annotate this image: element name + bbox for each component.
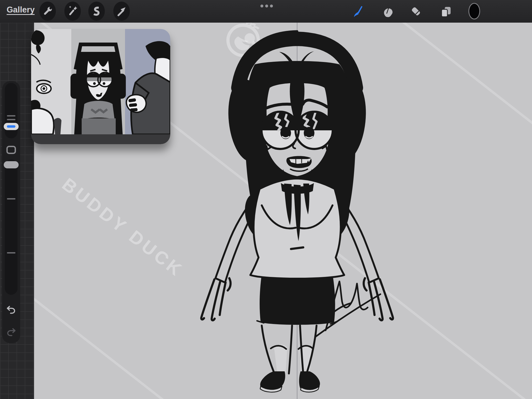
slider-tick bbox=[7, 252, 15, 253]
adjustments-button[interactable] bbox=[64, 2, 81, 21]
color-swatch-circle bbox=[468, 3, 480, 19]
erase-tool-button[interactable] bbox=[408, 4, 425, 19]
brush-icon bbox=[352, 5, 365, 18]
brush-sidebar bbox=[2, 81, 20, 343]
top-toolbar: Gallery bbox=[0, 0, 532, 23]
blue-value-bar bbox=[7, 125, 15, 128]
wrench-icon bbox=[41, 5, 54, 17]
brush-opacity-handle[interactable] bbox=[4, 161, 19, 168]
eraser-icon bbox=[410, 5, 423, 18]
gallery-button[interactable]: Gallery bbox=[7, 5, 35, 15]
layers-button[interactable] bbox=[437, 4, 454, 19]
actions-button[interactable] bbox=[39, 2, 56, 21]
smudge-tool-button[interactable] bbox=[380, 4, 396, 19]
s-curve-icon bbox=[90, 5, 103, 17]
reference-image bbox=[31, 29, 170, 134]
layers-icon bbox=[439, 5, 452, 18]
undo-button[interactable] bbox=[6, 304, 16, 315]
brush-size-handle[interactable] bbox=[4, 123, 19, 130]
color-swatch-button[interactable] bbox=[467, 2, 482, 20]
brush-opacity-slider[interactable] bbox=[5, 160, 18, 295]
reference-window-handle[interactable] bbox=[31, 134, 170, 144]
reference-window[interactable] bbox=[31, 29, 170, 144]
smudge-finger-icon bbox=[381, 5, 394, 18]
redo-button[interactable] bbox=[6, 326, 16, 337]
modify-button[interactable] bbox=[6, 146, 16, 154]
more-options-icon[interactable] bbox=[259, 3, 275, 9]
slider-tick bbox=[7, 115, 15, 117]
transform-button[interactable] bbox=[113, 2, 130, 21]
reference-girl-with-headphones bbox=[70, 44, 126, 134]
slider-tick bbox=[7, 119, 15, 120]
undo-icon bbox=[6, 304, 16, 315]
selection-button[interactable] bbox=[88, 2, 105, 21]
slider-tick bbox=[7, 198, 15, 200]
redo-icon bbox=[6, 326, 16, 337]
arrow-cursor-icon bbox=[115, 5, 128, 17]
paint-tool-button[interactable] bbox=[350, 4, 367, 19]
magic-wand-icon bbox=[66, 5, 79, 17]
